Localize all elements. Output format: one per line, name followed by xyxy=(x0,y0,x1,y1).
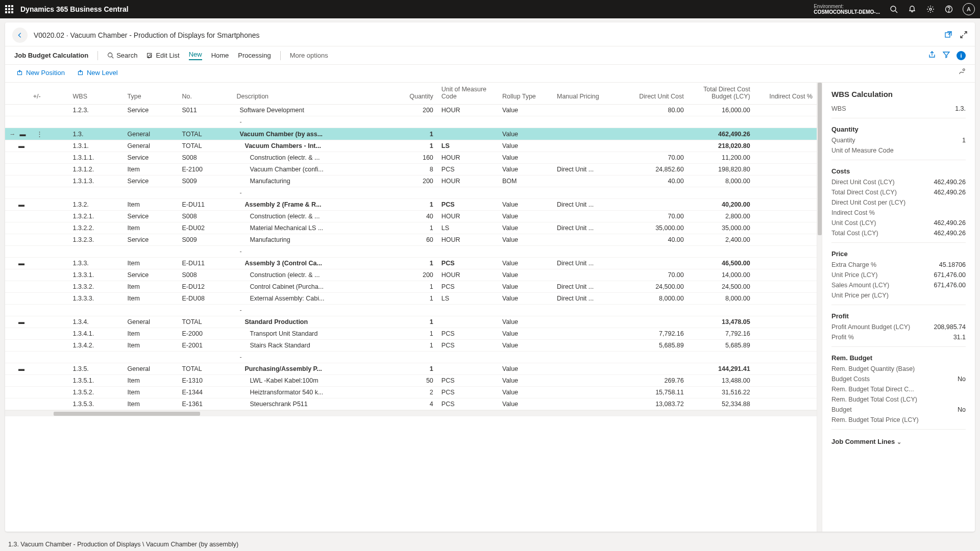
edit-list-action[interactable]: Edit List xyxy=(146,52,179,59)
command-bar: Job Budget Calculation Search Edit List … xyxy=(5,46,975,65)
factbox-field[interactable]: Sales Amount (LCY)671,476.00 xyxy=(831,280,966,290)
app-launcher-icon[interactable] xyxy=(5,5,13,13)
search-icon[interactable] xyxy=(889,5,898,14)
data-grid[interactable]: +/- WBS Type No. Description Quantity Un… xyxy=(5,83,817,532)
table-row[interactable]: ▬1.3.2.ItemE-DU11Assembly 2 (Frame & R..… xyxy=(5,199,817,211)
collapse-icon[interactable]: ▬ xyxy=(18,318,24,325)
table-row[interactable]: 1.3.2.2.ItemE-DU02Material Mechanical LS… xyxy=(5,222,817,234)
table-row[interactable]: - xyxy=(5,352,817,363)
table-row[interactable]: - xyxy=(5,187,817,199)
settings-icon[interactable] xyxy=(926,5,935,14)
table-row[interactable]: 1.3.2.1.ServiceS008Construction (electr.… xyxy=(5,211,817,222)
collapse-icon[interactable]: ▬ xyxy=(18,201,24,208)
help-icon[interactable] xyxy=(944,5,953,14)
vertical-scrollbar[interactable] xyxy=(817,83,822,532)
col-manual-pricing[interactable]: Manual Pricing xyxy=(553,83,622,105)
factbox-field[interactable]: Rem. Budget Total Direct C... xyxy=(831,384,966,394)
col-wbs[interactable]: WBS xyxy=(69,83,124,105)
table-row[interactable]: 1.3.3.3.ItemE-DU08External Assembly: Cab… xyxy=(5,293,817,305)
col-plusminus[interactable]: +/- xyxy=(5,83,69,105)
table-row[interactable]: 1.3.5.2.ItemE-1344Heiztransformator 540 … xyxy=(5,387,817,398)
new-level-action[interactable]: New Level xyxy=(77,69,118,77)
page-breadcrumb: V0020.02 · Vacuum Chamber - Production o… xyxy=(34,31,260,39)
col-no[interactable]: No. xyxy=(178,83,233,105)
factbox-field[interactable]: Profit %31.1 xyxy=(831,332,966,342)
col-indirect[interactable]: Indirect Cost % xyxy=(754,83,817,105)
factbox-title: WBS Calculation xyxy=(831,90,966,98)
more-options[interactable]: More options xyxy=(290,52,328,59)
user-avatar[interactable]: A xyxy=(963,3,975,15)
col-quantity[interactable]: Quantity xyxy=(388,83,437,105)
table-row[interactable]: 1.3.1.2.ItemE-2100Vacuum Chamber (confi.… xyxy=(5,164,817,176)
collapse-icon[interactable]: ▬ xyxy=(18,260,24,267)
personalize-icon[interactable] xyxy=(958,68,966,77)
table-row[interactable]: - xyxy=(5,246,817,258)
col-tdcb[interactable]: Total Direct Cost Budget (LCY) xyxy=(688,83,754,105)
app-title: Dynamics 365 Business Central xyxy=(20,5,129,13)
row-menu-icon[interactable]: ⋮ xyxy=(36,130,43,138)
status-bar-path: 1.3. Vacuum Chamber - Production of Disp… xyxy=(8,541,238,548)
factbox-toggle-icon[interactable]: i xyxy=(957,51,966,60)
table-row[interactable]: 1.3.4.2.ItemE-2001Stairs Rack Standard1P… xyxy=(5,340,817,352)
main-card: V0020.02 · Vacuum Chamber - Production o… xyxy=(5,22,975,532)
table-row[interactable]: 1.3.4.1.ItemE-2000Transport Unit Standar… xyxy=(5,328,817,340)
col-description[interactable]: Description xyxy=(233,83,389,105)
col-rollup[interactable]: Rollup Type xyxy=(498,83,553,105)
table-row[interactable]: ▬1.3.4.GeneralTOTALStandard Production1V… xyxy=(5,316,817,328)
factbox-field[interactable]: Rem. Budget Quantity (Base) xyxy=(831,364,966,374)
table-row[interactable]: - xyxy=(5,116,817,128)
collapse-icon[interactable]: ▬ xyxy=(20,131,26,138)
svg-rect-5 xyxy=(945,33,950,37)
factbox-field[interactable]: Unit Price (LCY)671,476.00 xyxy=(831,270,966,280)
environment-indicator[interactable]: Environment: COSMOCONSULT-DEMO-... xyxy=(814,4,880,15)
notifications-icon[interactable] xyxy=(908,5,917,14)
table-row[interactable]: 1.2.3.ServiceS011Software Development200… xyxy=(5,105,817,116)
search-action[interactable]: Search xyxy=(107,52,137,59)
collapse-icon[interactable]: ▬ xyxy=(18,142,24,149)
table-row[interactable]: - xyxy=(5,305,817,316)
svg-point-6 xyxy=(108,53,112,57)
factbox-field[interactable]: Indirect Cost % xyxy=(831,208,966,218)
col-direct-unit-cost[interactable]: Direct Unit Cost xyxy=(622,83,688,105)
home-menu[interactable]: Home xyxy=(211,52,229,59)
collapse-icon[interactable]: ▬ xyxy=(18,365,24,372)
factbox-field[interactable]: Direct Unit Cost per (LCY) xyxy=(831,197,966,208)
table-row[interactable]: 1.3.3.2.ItemE-DU12Control Cabinet (Purch… xyxy=(5,281,817,293)
share-icon[interactable] xyxy=(928,51,936,60)
factbox-field[interactable]: Unit Cost (LCY)462,490.26 xyxy=(831,218,966,228)
factbox-field[interactable]: Extra Charge %45.18706 xyxy=(831,260,966,270)
processing-menu[interactable]: Processing xyxy=(238,52,271,59)
table-header-row: +/- WBS Type No. Description Quantity Un… xyxy=(5,83,817,105)
back-button[interactable] xyxy=(12,28,28,43)
table-row[interactable]: ▬1.3.5.GeneralTOTALPurchasing/Assembly P… xyxy=(5,363,817,375)
col-type[interactable]: Type xyxy=(124,83,178,105)
new-position-action[interactable]: New Position xyxy=(16,69,65,77)
collapse-factbox-icon[interactable] xyxy=(960,31,968,40)
table-row[interactable]: ▬1.3.1.GeneralTOTALVacuum Chambers - Int… xyxy=(5,140,817,152)
factbox-field[interactable]: BudgetNo xyxy=(831,405,966,415)
new-menu[interactable]: New xyxy=(189,51,202,60)
factbox-field[interactable]: Total Cost (LCY)462,490.26 xyxy=(831,228,966,238)
svg-point-4 xyxy=(949,11,949,12)
table-row[interactable]: 1.3.2.3.ServiceS009Manufacturing60HOURVa… xyxy=(5,234,817,246)
factbox-field[interactable]: Rem. Budget Total Cost (LCY) xyxy=(831,394,966,405)
horizontal-scrollbar[interactable] xyxy=(5,410,817,416)
table-row[interactable]: 1.3.5.3.ItemE-1361Steuerschrank P5114PCS… xyxy=(5,398,817,410)
factbox-field[interactable]: Direct Unit Cost (LCY)462,490.26 xyxy=(831,177,966,187)
factbox-field[interactable]: Budget CostsNo xyxy=(831,374,966,384)
open-new-window-icon[interactable] xyxy=(944,31,952,40)
chevron-down-icon[interactable]: ⌄ xyxy=(897,439,901,445)
table-row[interactable]: 1.3.3.1.ServiceS008Construction (electr.… xyxy=(5,269,817,281)
table-row[interactable]: 1.3.5.1.ItemE-1310LWL -Kabel Kabel:100m5… xyxy=(5,375,817,387)
filter-icon[interactable] xyxy=(942,51,950,60)
factbox-field[interactable]: Total Direct Cost (LCY)462,490.26 xyxy=(831,187,966,197)
table-row[interactable]: →▬⋮1.3.GeneralTOTALVacuum Chamber (by as… xyxy=(5,128,817,140)
table-row[interactable]: 1.3.1.1.ServiceS008Construction (electr.… xyxy=(5,152,817,164)
factbox-field[interactable]: Profit Amount Budget (LCY)208,985.74 xyxy=(831,322,966,332)
table-row[interactable]: 1.3.1.3.ServiceS009Manufacturing200HOURB… xyxy=(5,176,817,187)
table-row[interactable]: ▬1.3.3.ItemE-DU11Assembly 3 (Control Ca.… xyxy=(5,258,817,269)
svg-line-1 xyxy=(895,11,897,13)
factbox-field[interactable]: Unit Price per (LCY) xyxy=(831,290,966,300)
factbox-field[interactable]: Rem. Budget Total Price (LCY) xyxy=(831,415,966,425)
col-uom[interactable]: Unit of Measure Code xyxy=(437,83,498,105)
